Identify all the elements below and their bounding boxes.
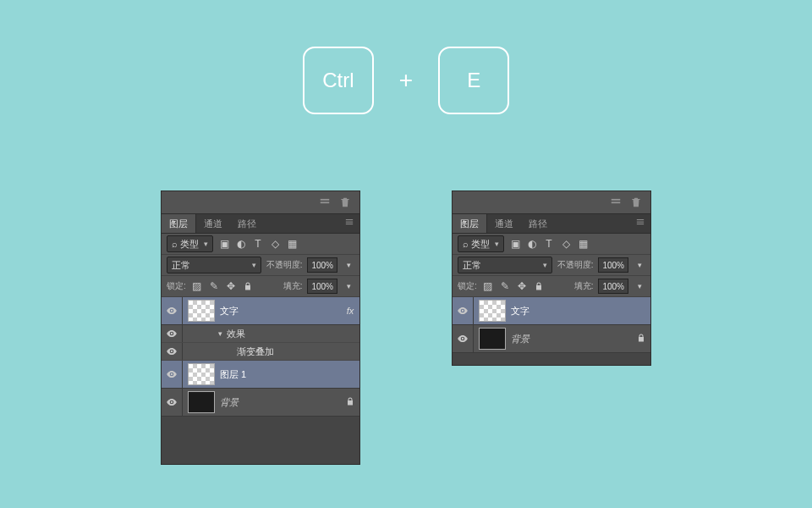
chevron-down-icon: ▾	[204, 240, 208, 248]
chevron-down-icon[interactable]: ▾	[634, 259, 645, 271]
filter-shape-icon[interactable]: ◇	[269, 238, 281, 250]
layers-list: 文字 fx ▾ 效果 渐变叠加 图层 1 背景	[162, 297, 359, 417]
lock-transparent-icon[interactable]: ▨	[482, 280, 494, 292]
chevron-down-icon: ▾	[252, 261, 256, 269]
filter-row: ⌕ 类型 ▾ ▣ ◐ T ◇ ▦	[453, 234, 650, 255]
filter-pixel-icon[interactable]: ▣	[218, 238, 230, 250]
opacity-field[interactable]: 100%	[307, 257, 337, 273]
fill-label: 填充:	[283, 280, 303, 292]
opacity-label: 不透明度:	[266, 259, 303, 271]
layer-row[interactable]: 文字	[453, 297, 650, 325]
opacity-label: 不透明度:	[557, 259, 594, 271]
visibility-toggle[interactable]	[162, 297, 183, 324]
filter-smart-icon[interactable]: ▦	[286, 238, 298, 250]
lock-label: 锁定:	[458, 280, 477, 292]
filter-shape-icon[interactable]: ◇	[560, 238, 572, 250]
lock-row: 锁定: ▨ ✎ ✥ 填充: 100% ▾	[162, 276, 359, 297]
svg-rect-6	[612, 202, 621, 203]
layer-row[interactable]: 背景	[453, 325, 650, 353]
key-e: E	[438, 47, 509, 114]
layer-thumbnail[interactable]	[479, 328, 506, 350]
filter-adjust-icon[interactable]: ◐	[235, 238, 247, 250]
filter-type-label: 类型	[471, 238, 490, 251]
chevron-down-icon: ▾	[495, 240, 499, 248]
lock-paint-icon[interactable]: ✎	[208, 280, 220, 292]
layer-row[interactable]: 背景	[162, 389, 359, 417]
lock-move-icon[interactable]: ✥	[516, 280, 528, 292]
chevron-down-icon[interactable]: ▾	[343, 259, 354, 271]
lock-transparent-icon[interactable]: ▨	[191, 280, 203, 292]
fx-indicator[interactable]: fx	[341, 306, 359, 316]
svg-rect-7	[637, 219, 644, 220]
layer-thumbnail[interactable]	[188, 363, 215, 385]
layers-panel-before: 图层 通道 路径 ⌕ 类型 ▾ ▣ ◐ T ◇ ▦ 正常 ▾ 不透明度: 100…	[162, 191, 359, 464]
visibility-toggle[interactable]	[162, 389, 183, 416]
blend-mode-value: 正常	[172, 259, 190, 272]
panel-menu-icon[interactable]	[634, 218, 646, 227]
chevron-down-icon: ▾	[543, 261, 547, 269]
chevron-down-icon[interactable]: ▾	[343, 280, 354, 292]
tab-channels[interactable]: 通道	[196, 214, 230, 233]
layer-row[interactable]: 图层 1	[162, 361, 359, 389]
fill-field[interactable]: 100%	[307, 279, 337, 294]
filter-type-icon[interactable]: T	[252, 238, 264, 250]
lock-label: 锁定:	[167, 280, 186, 292]
collapse-icon[interactable]	[610, 196, 622, 208]
lock-indicator	[341, 396, 359, 408]
visibility-toggle[interactable]	[162, 343, 183, 360]
blend-mode-select[interactable]: 正常 ▾	[167, 257, 261, 273]
layer-thumbnail[interactable]	[188, 300, 215, 322]
visibility-toggle[interactable]	[453, 297, 474, 324]
collapse-icon[interactable]	[319, 196, 331, 208]
tab-layers[interactable]: 图层	[453, 214, 487, 233]
filter-pixel-icon[interactable]: ▣	[509, 238, 521, 250]
opacity-field[interactable]: 100%	[598, 257, 628, 273]
filter-adjust-icon[interactable]: ◐	[526, 238, 538, 250]
disclosure-icon: ▾	[218, 329, 227, 338]
filter-type-icon[interactable]: T	[543, 238, 555, 250]
panel-menu-icon[interactable]	[343, 218, 355, 227]
lock-all-icon[interactable]	[533, 280, 545, 292]
tab-channels[interactable]: 通道	[487, 214, 521, 233]
trash-icon[interactable]	[339, 196, 351, 208]
svg-rect-4	[346, 224, 353, 224]
tab-paths[interactable]: 路径	[521, 214, 555, 233]
layer-thumbnail[interactable]	[479, 300, 506, 322]
svg-rect-1	[321, 202, 330, 203]
key-ctrl: Ctrl	[303, 47, 374, 114]
effect-name: 效果	[227, 328, 245, 340]
layers-empty-area	[453, 353, 650, 365]
svg-rect-3	[346, 222, 353, 223]
filter-smart-icon[interactable]: ▦	[577, 238, 589, 250]
layer-effect-item[interactable]: 渐变叠加	[162, 343, 359, 361]
filter-type-label: 类型	[180, 238, 199, 251]
lock-move-icon[interactable]: ✥	[225, 280, 237, 292]
tab-layers[interactable]: 图层	[162, 214, 196, 233]
svg-rect-8	[637, 222, 644, 223]
tab-paths[interactable]: 路径	[230, 214, 264, 233]
lock-indicator	[632, 333, 650, 345]
lock-all-icon[interactable]	[242, 280, 254, 292]
search-icon: ⌕	[172, 239, 178, 249]
blend-mode-select[interactable]: 正常 ▾	[458, 257, 552, 273]
lock-paint-icon[interactable]: ✎	[499, 280, 511, 292]
chevron-down-icon[interactable]: ▾	[634, 280, 645, 292]
fill-label: 填充:	[574, 280, 594, 292]
layer-thumbnail[interactable]	[188, 391, 215, 413]
lock-row: 锁定: ▨ ✎ ✥ 填充: 100% ▾	[453, 276, 650, 297]
layer-row[interactable]: 文字 fx	[162, 297, 359, 325]
fill-field[interactable]: 100%	[598, 279, 628, 294]
plus-sign: +	[399, 67, 413, 94]
visibility-toggle[interactable]	[453, 325, 474, 352]
svg-rect-2	[346, 219, 353, 220]
svg-rect-9	[637, 224, 644, 224]
svg-rect-0	[321, 199, 330, 201]
trash-icon[interactable]	[630, 196, 642, 208]
visibility-toggle[interactable]	[162, 361, 183, 388]
layer-name: 背景	[511, 333, 632, 345]
filter-type-select[interactable]: ⌕ 类型 ▾	[458, 235, 504, 252]
filter-type-select[interactable]: ⌕ 类型 ▾	[167, 235, 213, 252]
visibility-toggle[interactable]	[162, 325, 183, 342]
layer-name: 背景	[220, 396, 341, 409]
layer-effect-item[interactable]: ▾ 效果	[162, 325, 359, 343]
